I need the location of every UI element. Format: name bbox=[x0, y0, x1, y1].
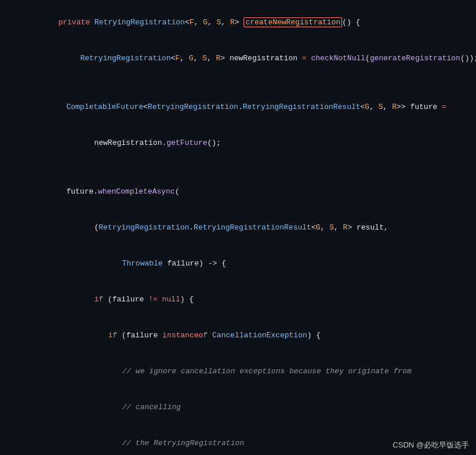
line-3 bbox=[0, 77, 476, 89]
line-7: future.whenCompleteAsync( bbox=[0, 174, 476, 210]
code-editor: private RetryingRegistration<F, G, S, R>… bbox=[0, 0, 476, 455]
line-12: // we ignore cancellation exceptions bec… bbox=[0, 354, 476, 390]
line-8: (RetryingRegistration.RetryingRegistrati… bbox=[0, 210, 476, 246]
line-4: CompletableFuture<RetryingRegistration.R… bbox=[0, 89, 476, 125]
line-13: // cancelling bbox=[0, 390, 476, 425]
line-9: Throwable failure) -> { bbox=[0, 246, 476, 282]
watermark-text: CSDN @必吃早饭选手 bbox=[393, 440, 469, 450]
line-11: if (failure instanceof CancellationExcep… bbox=[0, 318, 476, 354]
line-5: newRegistration.getFuture(); bbox=[0, 125, 476, 161]
code-lines: private RetryingRegistration<F, G, S, R>… bbox=[0, 0, 476, 455]
line-10: if (failure != null) { bbox=[0, 282, 476, 318]
line-2: RetryingRegistration<F, G, S, R> newRegi… bbox=[0, 41, 476, 77]
line-1: private RetryingRegistration<F, G, S, R>… bbox=[0, 5, 476, 41]
line-6 bbox=[0, 161, 476, 174]
